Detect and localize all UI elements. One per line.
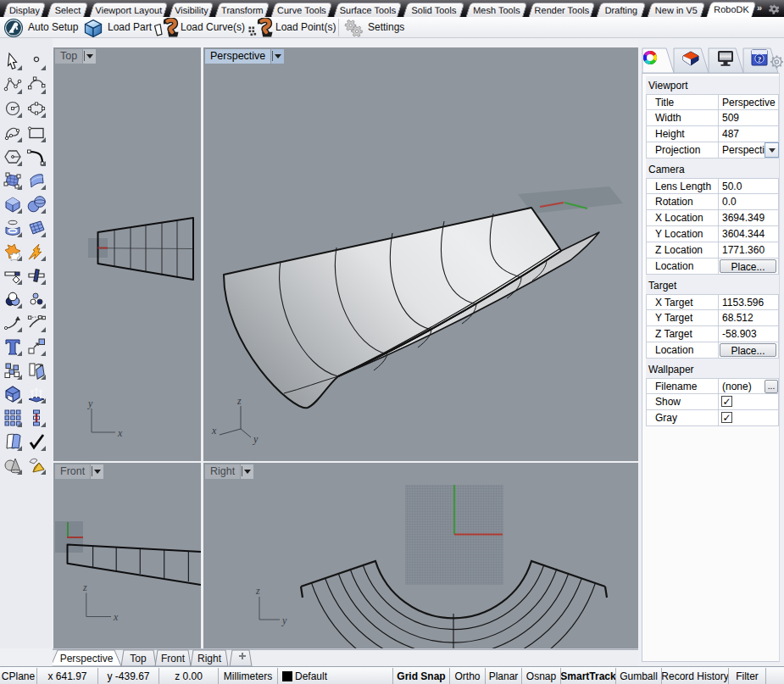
svg-text:y: y: [87, 398, 93, 409]
svg-text:y: y: [281, 614, 287, 626]
svg-text:x: x: [113, 611, 119, 623]
svg-text:z: z: [236, 395, 242, 407]
svg-text:y: y: [253, 433, 259, 445]
svg-text:Right: Right: [197, 653, 222, 665]
svg-text:?: ?: [758, 55, 762, 64]
svg-text:Top: Top: [130, 653, 147, 665]
svg-text:z: z: [255, 585, 260, 597]
svg-text:Front: Front: [161, 653, 186, 665]
svg-text:z: z: [82, 581, 87, 593]
svg-text:x: x: [117, 427, 123, 439]
svg-text:x: x: [211, 425, 217, 437]
svg-text:Perspective: Perspective: [60, 653, 114, 665]
